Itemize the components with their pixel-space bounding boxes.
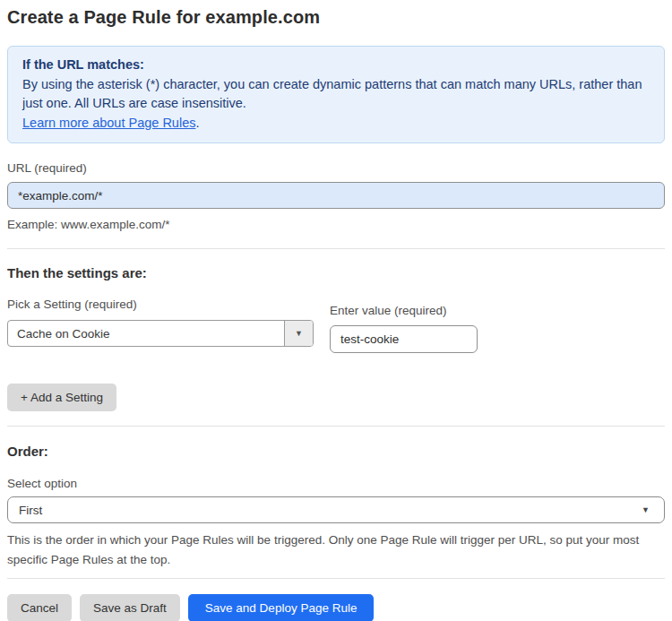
learn-more-link[interactable]: Learn more about Page Rules bbox=[22, 116, 195, 130]
order-select-value: First bbox=[19, 504, 42, 517]
setting-picker-label: Pick a Setting (required) bbox=[7, 298, 314, 311]
setting-select-value: Cache on Cookie bbox=[8, 321, 284, 346]
cancel-button[interactable]: Cancel bbox=[7, 594, 72, 621]
order-select-label: Select option bbox=[7, 477, 665, 490]
save-as-draft-button[interactable]: Save as Draft bbox=[80, 594, 180, 621]
divider bbox=[7, 248, 665, 249]
save-and-deploy-button[interactable]: Save and Deploy Page Rule bbox=[188, 594, 375, 621]
add-setting-button[interactable]: + Add a Setting bbox=[7, 384, 116, 411]
url-field-label: URL (required) bbox=[7, 161, 665, 175]
url-match-info-box: If the URL matches: By using the asteris… bbox=[7, 46, 665, 143]
settings-row: Pick a Setting (required) Cache on Cooki… bbox=[7, 298, 665, 353]
info-box-heading: If the URL matches: bbox=[22, 56, 650, 75]
chevron-down-icon: ▼ bbox=[295, 329, 303, 338]
setting-picker-column: Pick a Setting (required) Cache on Cooki… bbox=[7, 298, 314, 353]
url-input[interactable] bbox=[7, 182, 665, 209]
divider bbox=[7, 426, 665, 427]
url-example-helper: Example: www.example.com/* bbox=[7, 215, 665, 234]
setting-value-input[interactable] bbox=[330, 325, 478, 353]
divider bbox=[7, 578, 665, 579]
page-rule-form: Create a Page Rule for example.com If th… bbox=[0, 0, 672, 621]
info-box-link-line: Learn more about Page Rules. bbox=[22, 114, 650, 134]
order-helper-text: This is the order in which your Page Rul… bbox=[7, 530, 656, 570]
form-actions: Cancel Save as Draft Save and Deploy Pag… bbox=[7, 594, 665, 621]
setting-value-column: Enter value (required) bbox=[330, 298, 478, 353]
setting-value-label: Enter value (required) bbox=[330, 304, 478, 317]
page-title: Create a Page Rule for example.com bbox=[7, 7, 665, 28]
setting-select-arrow-button[interactable]: ▼ bbox=[284, 321, 313, 346]
link-period: . bbox=[195, 116, 199, 130]
order-select[interactable]: First ▼ bbox=[7, 496, 665, 523]
order-section-heading: Order: bbox=[7, 444, 665, 459]
chevron-down-icon: ▼ bbox=[642, 505, 653, 514]
setting-select[interactable]: Cache on Cookie ▼ bbox=[7, 320, 314, 347]
info-box-body: By using the asterisk (*) character, you… bbox=[22, 75, 650, 114]
settings-section-heading: Then the settings are: bbox=[7, 265, 665, 280]
